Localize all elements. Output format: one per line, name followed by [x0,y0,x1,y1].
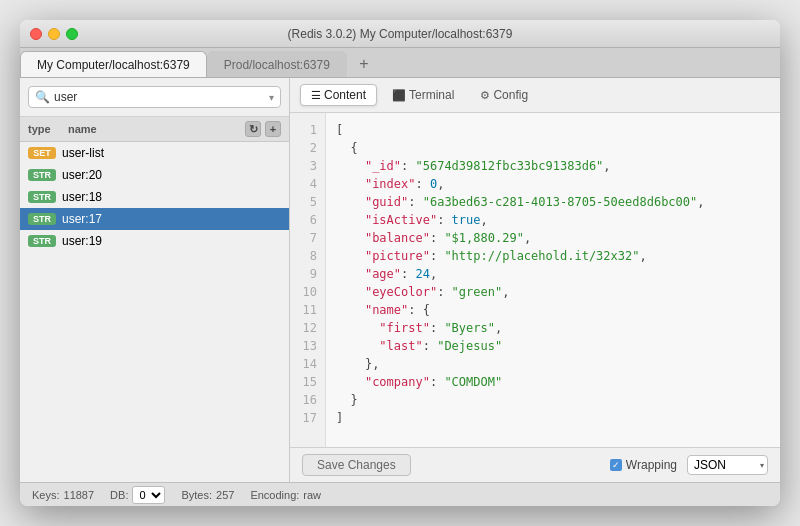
code-line: "first": "Byers", [336,319,780,337]
line-num: 4 [290,175,325,193]
key-badge-str: STR [28,213,56,225]
tab-prod-label: Prod/localhost:6379 [224,58,330,72]
line-num: 5 [290,193,325,211]
encoding-status: Encoding: raw [250,489,321,501]
save-changes-button[interactable]: Save Changes [302,454,411,476]
code-line: "eyeColor": "green", [336,283,780,301]
window-title: (Redis 3.0.2) My Computer/localhost:6379 [288,27,513,41]
bytes-value: 257 [216,489,234,501]
code-line: "picture": "http://placehold.it/32x32", [336,247,780,265]
line-num: 8 [290,247,325,265]
format-select-wrap: JSON Plain Text ▾ [687,455,768,475]
keys-status: Keys: 11887 [32,489,94,501]
code-line: }, [336,355,780,373]
key-name: user:20 [62,168,102,182]
line-num: 16 [290,391,325,409]
bytes-label: Bytes: [181,489,212,501]
terminal-icon: ⬛ [392,89,406,101]
code-line: [ [336,121,780,139]
search-icon: 🔍 [35,90,50,104]
line-num: 14 [290,355,325,373]
wrapping-option: ✓ Wrapping [610,458,677,472]
key-list: SET user-list STR user:20 STR user:18 ST… [20,142,289,482]
list-item[interactable]: STR user:20 [20,164,289,186]
key-name: user:18 [62,190,102,204]
maximize-button[interactable] [66,28,78,40]
key-badge-str: STR [28,235,56,247]
key-badge-set: SET [28,147,56,159]
line-num: 15 [290,373,325,391]
wrapping-label: Wrapping [626,458,677,472]
search-dropdown-arrow-icon[interactable]: ▾ [269,92,274,103]
minimize-button[interactable] [48,28,60,40]
line-num: 13 [290,337,325,355]
code-line: ] [336,409,780,427]
sidebar: 🔍 ▾ type name ↻ + SET user-list [20,78,290,482]
tabs-bar: My Computer/localhost:6379 Prod/localhos… [20,48,780,78]
line-num: 7 [290,229,325,247]
tab-content[interactable]: ☰Content [300,84,377,106]
tab-localhost-label: My Computer/localhost:6379 [37,58,190,72]
line-num: 2 [290,139,325,157]
add-key-button[interactable]: + [265,121,281,137]
col-type-header: type [28,123,64,135]
main-window: (Redis 3.0.2) My Computer/localhost:6379… [20,20,780,506]
key-list-header: type name ↻ + [20,117,289,142]
tab-terminal[interactable]: ⬛Terminal [381,84,465,106]
right-panel: ☰Content ⬛Terminal ⚙Config 1 2 3 4 5 6 [290,78,780,482]
traffic-lights [30,28,78,40]
config-icon: ⚙ [480,89,490,101]
col-name-header: name [68,123,241,135]
search-bar: 🔍 ▾ [20,78,289,117]
line-numbers: 1 2 3 4 5 6 7 8 9 10 11 12 13 14 15 16 1 [290,113,326,447]
tab-add-button[interactable]: + [351,51,377,77]
search-input[interactable] [54,90,265,104]
bytes-status: Bytes: 257 [181,489,234,501]
tab-config[interactable]: ⚙Config [469,84,539,106]
line-num: 11 [290,301,325,319]
list-item[interactable]: STR user:19 [20,230,289,252]
key-badge-str: STR [28,191,56,203]
line-num: 17 [290,409,325,427]
main-area: 🔍 ▾ type name ↻ + SET user-list [20,78,780,482]
code-lines: [ { "_id": "5674d39812fbc33bc91383d6", "… [326,113,780,447]
line-num: 10 [290,283,325,301]
tab-prod[interactable]: Prod/localhost:6379 [207,51,347,77]
line-num: 1 [290,121,325,139]
encoding-label: Encoding: [250,489,299,501]
db-status: DB: 0 1 2 [110,486,165,504]
line-num: 9 [290,265,325,283]
format-select[interactable]: JSON Plain Text [687,455,768,475]
header-actions: ↻ + [245,121,281,137]
code-line: "name": { [336,301,780,319]
wrapping-checkbox[interactable]: ✓ [610,459,622,471]
line-num: 12 [290,319,325,337]
code-line: "company": "COMDOM" [336,373,780,391]
code-editor[interactable]: 1 2 3 4 5 6 7 8 9 10 11 12 13 14 15 16 1 [290,113,780,447]
list-item[interactable]: STR user:18 [20,186,289,208]
code-line: "index": 0, [336,175,780,193]
refresh-button[interactable]: ↻ [245,121,261,137]
list-item[interactable]: SET user-list [20,142,289,164]
keys-label: Keys: [32,489,60,501]
panel-tabs: ☰Content ⬛Terminal ⚙Config [290,78,780,113]
encoding-value: raw [303,489,321,501]
key-name: user-list [62,146,104,160]
code-line: "age": 24, [336,265,780,283]
code-line: "isActive": true, [336,211,780,229]
keys-value: 11887 [64,489,95,501]
line-num: 3 [290,157,325,175]
code-line: "_id": "5674d39812fbc33bc91383d6", [336,157,780,175]
search-input-wrap: 🔍 ▾ [28,86,281,108]
tab-localhost[interactable]: My Computer/localhost:6379 [20,51,207,77]
key-name: user:17 [62,212,102,226]
key-badge-str: STR [28,169,56,181]
db-select[interactable]: 0 1 2 [132,486,165,504]
content-icon: ☰ [311,89,321,101]
line-num: 6 [290,211,325,229]
code-line: } [336,391,780,409]
list-item-selected[interactable]: STR user:17 [20,208,289,230]
db-label: DB: [110,489,128,501]
code-line: { [336,139,780,157]
close-button[interactable] [30,28,42,40]
